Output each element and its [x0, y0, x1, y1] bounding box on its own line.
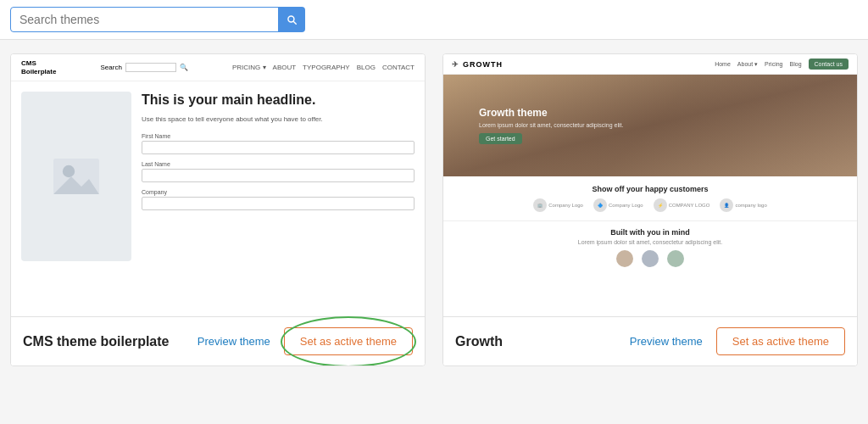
growth-logo-text-4: company logo: [735, 203, 766, 208]
cms-theme-title: CMS theme boilerplate: [23, 334, 169, 349]
theme-card-cms-boilerplate: CMS Boilerplate Search 🔍 PRICING ▾ ABOUT…: [10, 53, 426, 366]
cms-set-active-wrapper: Set as active theme: [284, 327, 413, 355]
theme-preview-growth: ✈ GROWTH Home About ▾ Pricing Blog Conta…: [443, 54, 857, 317]
theme-preview-cms: CMS Boilerplate Search 🔍 PRICING ▾ ABOUT…: [11, 54, 425, 317]
cms-preview-button[interactable]: Preview theme: [198, 335, 270, 348]
growth-nav-about[interactable]: About ▾: [737, 61, 758, 68]
cms-field3-input[interactable]: [142, 197, 415, 210]
growth-customers-title: Show off your happy customers: [452, 185, 849, 193]
cms-nav-search: Search 🔍: [100, 63, 187, 72]
cms-nav-contact[interactable]: CONTACT: [382, 64, 415, 71]
growth-nav-home[interactable]: Home: [715, 61, 731, 67]
growth-nav-links: Home About ▾ Pricing Blog Contact us: [715, 59, 849, 70]
theme-card-growth: ✈ GROWTH Home About ▾ Pricing Blog Conta…: [442, 53, 858, 366]
growth-logos: 🏢 Company Logo 🔷 Company Logo ⚡ COMPANY …: [452, 198, 849, 212]
growth-hero-sub: Lorem ipsum dolor sit amet, consectetur …: [479, 122, 623, 128]
growth-nav-cta[interactable]: Contact us: [809, 59, 849, 70]
cms-nav-about[interactable]: ABOUT: [273, 64, 297, 71]
cms-field3-label: Company: [142, 189, 415, 195]
growth-card-footer: Growth Preview theme Set as active theme: [443, 317, 857, 365]
cms-search-input[interactable]: [125, 63, 176, 72]
growth-built-sub: Lorem ipsum dolor sit amet, consectetur …: [452, 239, 849, 245]
placeholder-icon: [51, 151, 102, 202]
cms-image-placeholder: [21, 92, 131, 261]
growth-logo-3: ⚡ COMPANY LOGO: [654, 198, 710, 212]
growth-hero: Growth theme Lorem ipsum dolor sit amet,…: [443, 75, 857, 176]
search-button[interactable]: [278, 7, 305, 32]
search-input[interactable]: Search themes: [10, 7, 281, 32]
growth-avatar-3: [667, 250, 684, 267]
search-bar: Search themes: [0, 0, 868, 40]
cms-nav-blog[interactable]: BLOG: [357, 64, 376, 71]
cms-body: This is your main headline. Use this spa…: [11, 81, 425, 271]
growth-hero-title: Growth theme: [479, 107, 623, 119]
growth-nav: ✈ GROWTH Home About ▾ Pricing Blog Conta…: [443, 54, 857, 75]
growth-theme-actions: Preview theme Set as active theme: [630, 327, 845, 355]
svg-point-1: [63, 165, 75, 177]
growth-logo-1: 🏢 Company Logo: [533, 198, 583, 212]
growth-logo-circle-3: ⚡: [654, 198, 667, 212]
growth-logo-4: 👤 company logo: [720, 198, 766, 212]
growth-logo-2: 🔷 Company Logo: [593, 198, 643, 212]
cms-theme-actions: Preview theme Set as active theme: [198, 327, 413, 355]
cms-set-active-button[interactable]: Set as active theme: [284, 327, 413, 355]
cms-field1-input[interactable]: [142, 141, 415, 154]
cms-brand: CMS Boilerplate: [21, 59, 56, 75]
growth-avatar-1: [616, 250, 633, 267]
growth-hero-text: Growth theme Lorem ipsum dolor sit amet,…: [469, 97, 633, 154]
cms-content: This is your main headline. Use this spa…: [142, 92, 415, 261]
growth-built: Built with you in mind Lorem ipsum dolor…: [443, 220, 857, 274]
growth-hero-btn[interactable]: Get started: [479, 133, 522, 144]
cms-field2-input[interactable]: [142, 169, 415, 182]
growth-brand-text: GROWTH: [463, 60, 503, 69]
growth-avatars: [452, 250, 849, 267]
growth-nav-blog[interactable]: Blog: [790, 61, 802, 67]
cms-subtext: Use this space to tell everyone about wh…: [142, 114, 415, 124]
growth-logo-text-2: Company Logo: [609, 203, 643, 208]
cms-field2-label: Last Name: [142, 161, 415, 167]
cms-field1-label: First Name: [142, 133, 415, 139]
cms-nav-links: PRICING ▾ ABOUT TYPOGRAPHY BLOG CONTACT: [232, 64, 415, 71]
growth-brand-icon: ✈: [452, 60, 459, 69]
cms-nav-pricing[interactable]: PRICING ▾: [232, 64, 266, 71]
growth-logo-text-1: Company Logo: [548, 203, 583, 208]
growth-built-title: Built with you in mind: [452, 228, 849, 237]
growth-customers: Show off your happy customers 🏢 Company …: [443, 176, 857, 220]
search-icon: [286, 14, 298, 25]
growth-theme-title: Growth: [455, 334, 503, 349]
cms-nav: CMS Boilerplate Search 🔍 PRICING ▾ ABOUT…: [11, 54, 425, 81]
cms-headline: This is your main headline.: [142, 92, 415, 108]
growth-logo-circle-2: 🔷: [593, 198, 607, 212]
growth-logo-circle-1: 🏢: [533, 198, 547, 212]
cms-search-label: Search: [100, 64, 121, 71]
cms-search-icon: 🔍: [180, 64, 188, 71]
growth-brand: ✈ GROWTH: [452, 60, 503, 69]
growth-logo-text-3: COMPANY LOGO: [669, 203, 710, 208]
cms-card-footer: CMS theme boilerplate Preview theme Set …: [11, 317, 425, 365]
growth-hero-content: Growth theme Lorem ipsum dolor sit amet,…: [452, 83, 849, 168]
growth-preview-button[interactable]: Preview theme: [630, 335, 703, 348]
growth-logo-circle-4: 👤: [720, 198, 733, 212]
growth-avatar-2: [642, 250, 659, 267]
growth-nav-pricing[interactable]: Pricing: [765, 61, 782, 67]
cms-nav-typography[interactable]: TYPOGRAPHY: [303, 64, 350, 71]
growth-set-active-button[interactable]: Set as active theme: [716, 327, 845, 355]
themes-grid: CMS Boilerplate Search 🔍 PRICING ▾ ABOUT…: [0, 40, 868, 380]
